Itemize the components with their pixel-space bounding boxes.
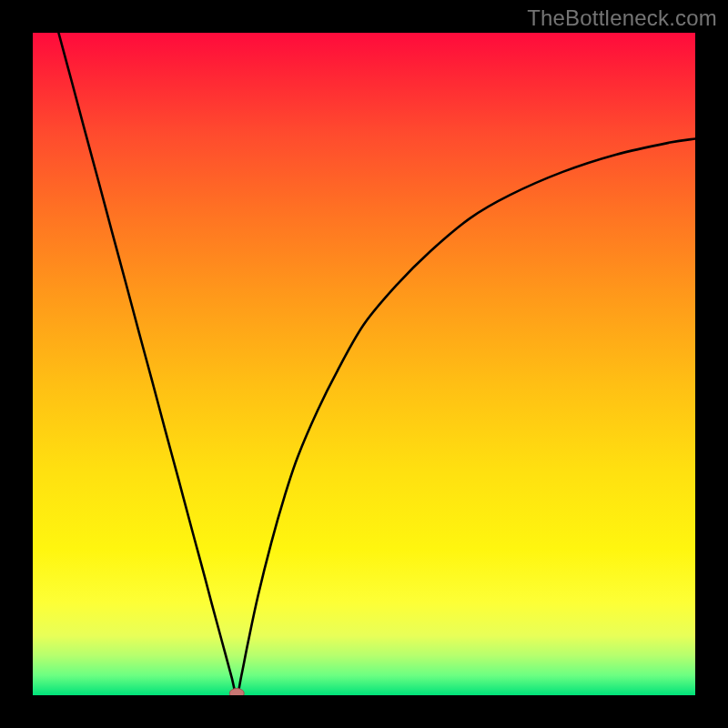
curve-layer <box>33 33 695 695</box>
chart-frame: TheBottleneck.com <box>0 0 728 728</box>
bottleneck-curve <box>58 33 695 695</box>
watermark-text: TheBottleneck.com <box>527 5 717 31</box>
minimum-marker <box>229 689 244 696</box>
plot-area <box>33 33 695 695</box>
